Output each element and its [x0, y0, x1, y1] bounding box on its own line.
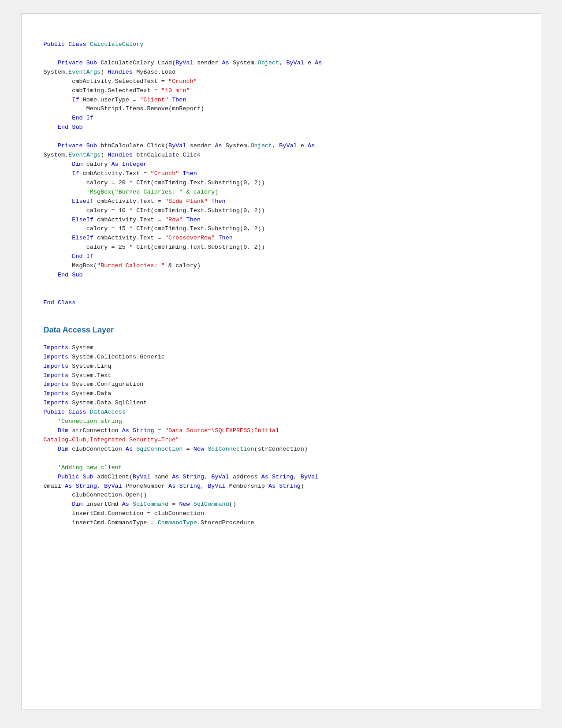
section-title-dal: Data Access Layer: [44, 325, 519, 335]
code-section-2: Imports System Imports System.Collection…: [44, 343, 519, 528]
code-section-1: Public Class CalculateCalory Private Sub…: [44, 40, 519, 308]
page-container: Public Class CalculateCalory Private Sub…: [21, 13, 541, 710]
